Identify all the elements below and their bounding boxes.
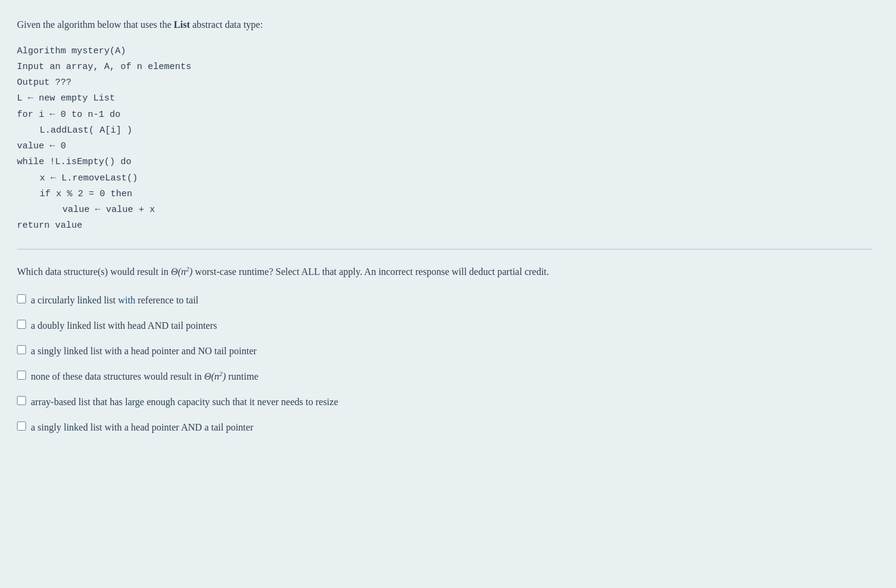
algo-line-8: while !L.isEmpty() do [17,154,872,170]
algo-line-6: L.addLast( A[i] ) [17,123,872,139]
option-label-6[interactable]: a singly linked list with a head pointer… [31,420,253,435]
option-item-5: array-based list that has large enough c… [17,395,872,409]
question-theta: Θ(n2) [171,266,193,277]
option-label-1[interactable]: a circularly linked list with reference … [31,293,199,308]
option-label-2[interactable]: a doubly linked list with head AND tail … [31,319,217,333]
option-label-4[interactable]: none of these data structures would resu… [31,369,259,384]
option-item-6: a singly linked list with a head pointer… [17,420,872,435]
option-item-2: a doubly linked list with head AND tail … [17,319,872,333]
algo-line-10: if x % 2 = 0 then [17,187,872,202]
opt1-highlight: with [118,295,135,305]
algo-line-2: Input an array, A, of n elements [17,59,872,75]
intro-bold: List [174,19,190,30]
opt1-text-before: a circularly linked list [31,295,118,305]
section-divider [17,249,872,249]
algo-line-5: for i ← 0 to n-1 do [17,107,872,123]
intro-text: Given the algorithm below that uses the … [17,17,872,33]
option-item-1: a circularly linked list with reference … [17,293,872,308]
option-item-3: a singly linked list with a head pointer… [17,344,872,358]
option-checkbox-1[interactable] [17,294,26,303]
algo-line-3: Output ??? [17,75,872,91]
question-after: worst-case runtime? Select ALL that appl… [193,266,549,277]
algo-line-7: value ← 0 [17,139,872,154]
algo-line-11: value ← value + x [17,202,872,218]
opt4-text-before: none of these data structures would resu… [31,371,204,382]
intro-after: abstract data type: [190,19,263,30]
main-container: Given the algorithm below that uses the … [0,0,896,470]
algorithm-block: Algorithm mystery(A) Input an array, A, … [17,44,872,234]
option-item-4: none of these data structures would resu… [17,369,872,384]
options-list: a circularly linked list with reference … [17,293,872,435]
algo-line-1: Algorithm mystery(A) [17,44,872,59]
question-text: Which data structure(s) would result in … [17,264,872,280]
intro-before: Given the algorithm below that uses the [17,19,174,30]
option-checkbox-2[interactable] [17,320,26,329]
option-checkbox-6[interactable] [17,421,26,431]
opt4-text-after: runtime [226,371,259,382]
option-checkbox-4[interactable] [17,371,26,380]
algo-line-12: return value [17,218,872,234]
option-label-3[interactable]: a singly linked list with a head pointer… [31,344,257,358]
option-label-5[interactable]: array-based list that has large enough c… [31,395,338,409]
question-before: Which data structure(s) would result in [17,266,171,277]
opt4-theta: Θ(n2) [204,371,226,382]
algo-line-9: x ← L.removeLast() [17,171,872,187]
algo-line-4: L ← new empty List [17,91,872,107]
option-checkbox-3[interactable] [17,345,26,354]
option-checkbox-5[interactable] [17,396,26,405]
opt1-text-after: reference to tail [135,295,198,305]
